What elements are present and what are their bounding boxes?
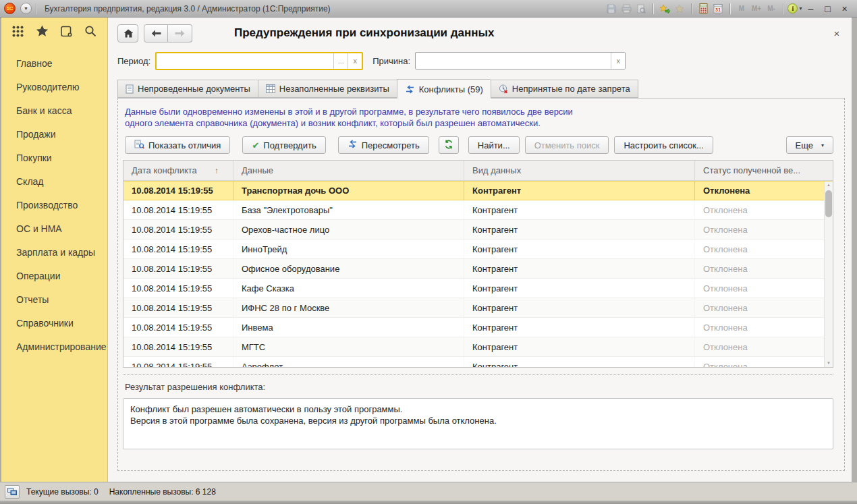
memory-m-plus-button[interactable]: M+: [749, 2, 764, 16]
info-caret-icon: ▾: [799, 5, 802, 11]
divider: [691, 3, 692, 14]
maximize-button[interactable]: □: [819, 2, 836, 15]
info-icon[interactable]: i ▾: [787, 2, 802, 16]
sort-asc-icon: ↑: [215, 166, 219, 175]
section-sidebar: Главное Руководителю Банк и касса Продаж…: [1, 18, 108, 482]
confirm-button[interactable]: ✔ Подтвердить: [242, 136, 325, 154]
history-icon[interactable]: [60, 25, 72, 37]
memory-m-minus-button[interactable]: M-: [764, 2, 779, 16]
conflicts-toolbar: Показать отличия ✔ Подтвердить Пересмотр…: [125, 136, 833, 154]
reason-clear-button[interactable]: x: [611, 53, 625, 69]
close-button[interactable]: ×: [836, 2, 853, 15]
sidebar-item-pokupki[interactable]: Покупки: [1, 146, 107, 169]
column-header-date[interactable]: Дата конфликта ↑: [123, 161, 233, 180]
refresh-icon: [444, 140, 453, 151]
divider: [729, 3, 730, 14]
table-row[interactable]: 10.08.2014 15:19:55 Орехов-частное лицо …: [123, 220, 833, 240]
review-button[interactable]: Пересмотреть: [338, 136, 429, 154]
sidebar-item-otchety[interactable]: Отчеты: [1, 287, 107, 311]
tab-strip: Непроведенные документы Незаполненные ре…: [117, 79, 845, 98]
sidebar-item-prodazhi[interactable]: Продажи: [1, 122, 107, 146]
separator: [123, 374, 833, 375]
table-row[interactable]: 10.08.2014 15:19:55 Офисное оборудование…: [123, 259, 833, 279]
window-bottom-edge: [0, 501, 857, 504]
save-icon[interactable]: [604, 2, 619, 16]
divider: [653, 3, 653, 14]
period-input[interactable]: [157, 53, 333, 69]
title-bar: 1С ▼ Бухгалтерия предприятия, редакция 3…: [0, 0, 857, 18]
tab-neprovedennye-dokumenty[interactable]: Непроведенные документы: [117, 80, 258, 98]
table-row[interactable]: 10.08.2014 15:19:55 ИнноТрейд Контрагент…: [123, 240, 833, 259]
accumulated-calls-text: Накопленные вызовы: 6 128: [109, 487, 216, 497]
document-icon: [126, 84, 134, 94]
table-row[interactable]: 10.08.2014 15:19:55 Аэрофлот Контрагент …: [123, 357, 833, 368]
sidebar-item-spravochniki[interactable]: Справочники: [1, 311, 107, 335]
sidebar-item-rukovoditelyu[interactable]: Руководителю: [1, 75, 107, 99]
table-row[interactable]: 10.08.2014 15:19:55 Транспортная дочь ОО…: [123, 181, 833, 200]
table-row[interactable]: 10.08.2014 15:19:55 База "Электротовары"…: [123, 200, 833, 220]
tab-neprinyatye-po-date-zapreta[interactable]: Непринятые по дате запрета: [491, 80, 638, 98]
sections-menu-icon[interactable]: [12, 26, 24, 37]
configure-list-button[interactable]: Настроить список...: [614, 136, 713, 154]
clock-block-icon: [499, 84, 508, 94]
refresh-button[interactable]: [439, 136, 459, 154]
conflicts-table: Дата конфликта ↑ Данные Вид данных Стату…: [123, 160, 833, 368]
reason-label: Причина:: [372, 56, 410, 66]
column-header-kind[interactable]: Вид данных: [464, 161, 695, 180]
main-menu-button[interactable]: ▼: [20, 3, 32, 14]
home-button[interactable]: [117, 24, 138, 43]
column-header-data[interactable]: Данные: [233, 161, 464, 180]
table-row[interactable]: 10.08.2014 15:19:55 Кафе Сказка Контраге…: [123, 279, 833, 298]
sidebar-item-glavnoe[interactable]: Главное: [1, 51, 107, 75]
check-icon: ✔: [252, 141, 259, 150]
print-preview-icon[interactable]: [634, 2, 648, 16]
app-window: 1С ▼ Бухгалтерия предприятия, редакция 3…: [0, 0, 857, 504]
sidebar-item-proizvodstvo[interactable]: Производство: [1, 193, 107, 217]
svg-text:31: 31: [715, 7, 721, 13]
sidebar-item-operacii[interactable]: Операции: [1, 264, 107, 287]
cancel-search-button[interactable]: Отменить поиск: [525, 136, 609, 154]
favorites-icon[interactable]: [672, 2, 687, 16]
calendar-icon[interactable]: 31: [711, 2, 725, 16]
performance-indicator-button[interactable]: [5, 485, 20, 499]
period-ellipsis-button[interactable]: ...: [333, 53, 348, 69]
period-input-wrap: ... x: [155, 52, 363, 70]
period-clear-button[interactable]: x: [348, 53, 362, 69]
table-scrollbar[interactable]: ▲ ▼: [824, 181, 833, 367]
tab-konflikty[interactable]: Конфликты (59): [397, 79, 491, 99]
diff-icon: [134, 140, 144, 151]
reason-input[interactable]: [416, 53, 611, 69]
column-header-status[interactable]: Статус полученной ве...: [695, 161, 833, 180]
tab-nezapolnennye-rekvizity[interactable]: Незаполненные реквизиты: [258, 80, 397, 98]
sidebar-item-zarplata[interactable]: Зарплата и кадры: [1, 240, 107, 264]
add-favorite-icon[interactable]: [657, 2, 672, 16]
sidebar-item-sklad[interactable]: Склад: [1, 169, 107, 193]
show-differences-button[interactable]: Показать отличия: [125, 136, 230, 154]
table-row[interactable]: 10.08.2014 15:19:55 Инвема Контрагент От…: [123, 318, 833, 337]
sidebar-item-administrirovanie[interactable]: Администрирование: [1, 335, 107, 358]
table-row[interactable]: 10.08.2014 15:19:55 ИФНС 28 по г Москве …: [123, 298, 833, 318]
form-close-icon[interactable]: ×: [829, 28, 845, 39]
scroll-up-icon[interactable]: ▲: [825, 181, 833, 189]
scrollbar-thumb[interactable]: [825, 190, 832, 217]
conflict-info-text: Данные были одновременно изменены в этой…: [125, 106, 833, 129]
search-icon[interactable]: [84, 25, 96, 37]
find-button[interactable]: Найти...: [468, 136, 520, 154]
calculator-icon[interactable]: [696, 2, 711, 16]
current-calls-text: Текущие вызовы: 0: [26, 487, 99, 497]
forward-button[interactable]: [168, 24, 192, 43]
print-icon[interactable]: [619, 2, 634, 16]
favorites-star-icon[interactable]: [36, 25, 49, 37]
table-row[interactable]: 10.08.2014 15:19:55 МГТС Контрагент Откл…: [123, 337, 833, 357]
reason-input-wrap: x: [415, 52, 626, 69]
back-button[interactable]: [144, 24, 168, 43]
sync-icon: [348, 140, 358, 150]
status-bar: Текущие вызовы: 0 Накопленные вызовы: 6 …: [0, 482, 857, 501]
scroll-down-icon[interactable]: ▼: [825, 360, 833, 367]
sidebar-item-os-i-nma[interactable]: ОС и НМА: [1, 217, 107, 240]
more-button[interactable]: Еще ▾: [786, 136, 833, 154]
memory-m-button[interactable]: M: [734, 2, 749, 16]
minimize-button[interactable]: –: [802, 2, 819, 15]
sidebar-item-bank-i-kassa[interactable]: Банк и касса: [1, 99, 107, 122]
page-title: Предупреждения при синхронизации данных: [234, 26, 495, 40]
